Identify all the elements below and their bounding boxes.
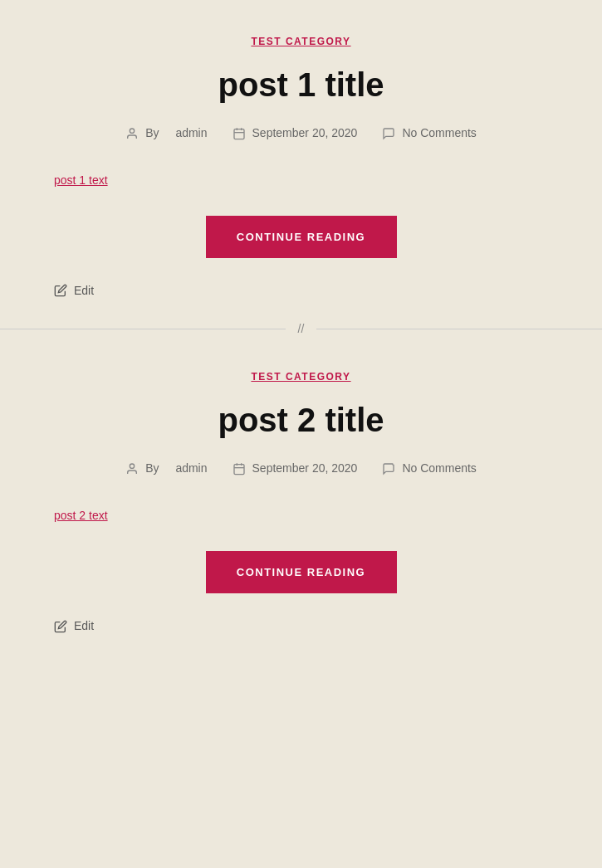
- post-1-author-prefix: By: [145, 126, 159, 139]
- post-2-category-link[interactable]: TEST CATEGORY: [251, 371, 350, 383]
- post-1-continue-reading-button[interactable]: CONTINUE READING: [206, 216, 397, 258]
- svg-point-0: [130, 129, 134, 133]
- svg-point-5: [130, 464, 134, 468]
- post-2-category[interactable]: TEST CATEGORY: [54, 368, 548, 383]
- post-1-edit-label[interactable]: Edit: [74, 284, 94, 297]
- comment-icon-2: [382, 461, 395, 475]
- post-2-date-item: September 20, 2020: [232, 461, 358, 475]
- author-icon-2: [125, 461, 139, 475]
- author-icon: [125, 125, 139, 140]
- post-2-title: post 2 title: [54, 400, 548, 440]
- edit-icon: [54, 283, 67, 297]
- post-1-category-link[interactable]: TEST CATEGORY: [251, 36, 350, 47]
- post-1-comments-item: No Comments: [382, 125, 476, 140]
- post-1-excerpt: post 1 text: [54, 173, 548, 187]
- post-1-author-item: By admin: [125, 125, 207, 140]
- posts-container: TEST CATEGORY post 1 title By admin: [0, 0, 602, 658]
- post-1-title: post 1 title: [54, 65, 548, 105]
- post-1-author[interactable]: admin: [175, 126, 207, 139]
- post-2-meta: By admin September 20, 2020: [54, 461, 548, 475]
- post-1-edit[interactable]: Edit: [54, 283, 548, 297]
- post-1-date-item: September 20, 2020: [232, 125, 358, 140]
- calendar-icon: [232, 125, 246, 140]
- post-2-excerpt: post 2 text: [54, 509, 548, 522]
- comment-icon: [382, 125, 395, 140]
- post-1-category[interactable]: TEST CATEGORY: [54, 33, 548, 48]
- post-2-comments-item: No Comments: [382, 461, 476, 475]
- divider-text: //: [286, 322, 317, 335]
- post-article-2: TEST CATEGORY post 2 title By admin: [0, 335, 602, 657]
- svg-rect-6: [234, 465, 244, 475]
- post-article-1: TEST CATEGORY post 1 title By admin: [0, 0, 602, 322]
- post-1-date: September 20, 2020: [252, 126, 358, 139]
- edit-icon-2: [54, 618, 67, 632]
- post-1-meta: By admin September 20, 2020: [54, 125, 548, 140]
- post-2-author[interactable]: admin: [175, 461, 207, 475]
- post-2-author-prefix: By: [145, 461, 159, 475]
- post-2-author-item: By admin: [125, 461, 207, 475]
- post-2-edit[interactable]: Edit: [54, 618, 548, 632]
- divider-line-left: [0, 329, 286, 329]
- post-1-comments: No Comments: [402, 126, 476, 139]
- post-2-comments: No Comments: [402, 461, 476, 475]
- calendar-icon-2: [232, 461, 246, 475]
- post-2-edit-label[interactable]: Edit: [74, 619, 94, 632]
- divider-line-right: [316, 329, 602, 329]
- post-2-date: September 20, 2020: [252, 461, 358, 475]
- post-2-continue-reading-button[interactable]: CONTINUE READING: [206, 551, 397, 593]
- svg-rect-1: [234, 129, 244, 139]
- post-divider: //: [0, 322, 602, 335]
